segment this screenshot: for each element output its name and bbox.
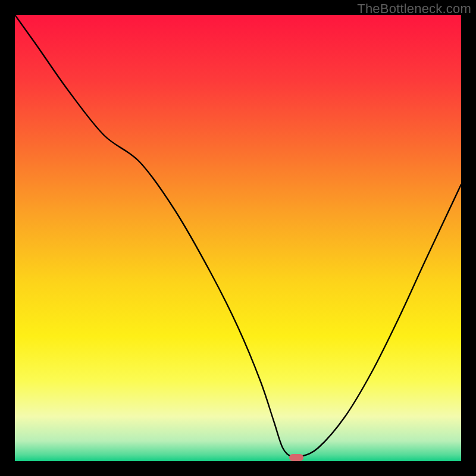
- plot-area: [15, 15, 461, 461]
- optimal-point-marker: [289, 454, 303, 461]
- chart-container: TheBottleneck.com: [0, 0, 476, 476]
- bottleneck-curve: [15, 15, 461, 461]
